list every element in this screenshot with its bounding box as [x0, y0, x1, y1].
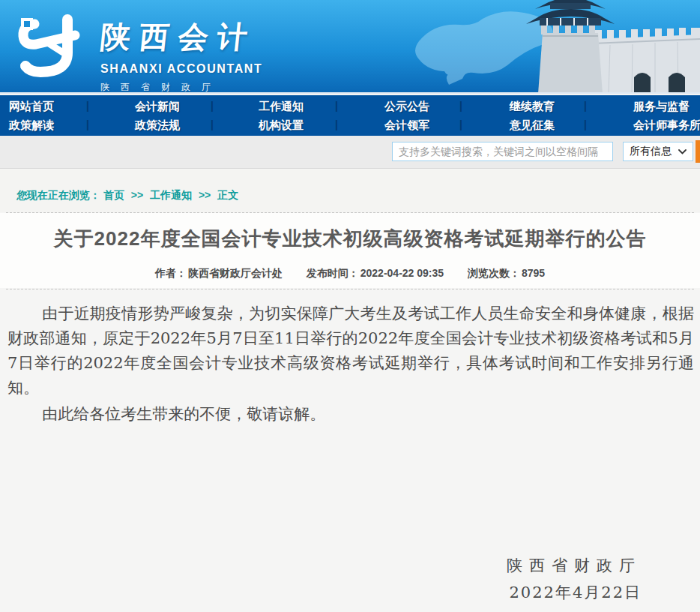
nav-item-notices[interactable]: 工作通知 — [259, 100, 304, 114]
nav-item-announce[interactable]: 公示公告 — [384, 100, 429, 114]
nav-separator: | — [335, 100, 338, 112]
site-name-cn: 陕西会计 — [98, 16, 265, 58]
nav-separator: | — [86, 100, 89, 112]
breadcrumb-home[interactable]: 首页 — [103, 189, 124, 201]
breadcrumb-zone: 您现在正在浏览： 首页 >> 工作通知 >> 正文 — [0, 170, 700, 212]
breadcrumb-separator: >> — [131, 189, 143, 201]
search-button[interactable] — [696, 140, 700, 163]
search-category-select[interactable]: 所有信息 — [623, 142, 693, 161]
meta-publish-time: 发布时间：2022-04-22 09:35 — [307, 267, 444, 279]
breadcrumb-current[interactable]: 正文 — [217, 189, 238, 201]
article-signature: 陕西省财政厅 2022年4月22日 — [507, 552, 642, 606]
meta-view-count: 浏览次数：8795 — [468, 267, 545, 279]
nav-item-policy-read[interactable]: 政策解读 — [9, 118, 54, 133]
site-logo-icon — [12, 12, 90, 84]
article-paragraph: 由此给各位考生带来的不便，敬请谅解。 — [7, 402, 694, 427]
nav-separator: | — [211, 118, 214, 130]
nav-item-org[interactable]: 机构设置 — [259, 118, 304, 133]
article-body: 由于近期疫情形势严峻复杂，为切实保障广大考生及考试工作人员生命安全和身体健康，根… — [7, 302, 694, 428]
article-meta: 作者：陕西省财政厅会计处 发布时间：2022-04-22 09:35 浏览次数：… — [0, 267, 700, 280]
nav-separator: | — [459, 118, 462, 130]
nav-separator: | — [211, 100, 214, 112]
nav-item-news[interactable]: 会计新闻 — [135, 100, 180, 114]
meta-author: 作者：陕西省财政厅会计处 — [155, 267, 283, 279]
breadcrumb-separator: >> — [199, 189, 211, 201]
site-header: 陕西会计 SHAANXI ACCOUNTANT 陕西省财政厅 — [0, 0, 700, 94]
site-title-block: 陕西会计 SHAANXI ACCOUNTANT 陕西省财政厅 — [100, 12, 262, 94]
site-subtitle: 陕西省财政厅 — [100, 81, 262, 94]
search-input[interactable] — [392, 142, 613, 161]
chevron-down-icon — [678, 149, 687, 154]
search-bar: 所有信息 — [0, 136, 700, 169]
article-paragraph: 由于近期疫情形势严峻复杂，为切实保障广大考生及考试工作人员生命安全和身体健康，根… — [7, 302, 694, 400]
breadcrumb-section[interactable]: 工作通知 — [150, 189, 192, 201]
nav-separator: | — [584, 118, 587, 130]
nav-separator: | — [459, 100, 462, 112]
site-logo[interactable]: 陕西会计 SHAANXI ACCOUNTANT 陕西省财政厅 — [12, 12, 262, 94]
nav-item-home[interactable]: 网站首页 — [9, 100, 54, 114]
breadcrumb-prefix: 您现在正在浏览： — [16, 189, 100, 201]
signature-date: 2022年4月22日 — [507, 579, 642, 606]
article-title: 关于2022年度全国会计专业技术初级高级资格考试延期举行的公告 — [0, 226, 700, 252]
search-category-value: 所有信息 — [630, 145, 678, 158]
article-header: 关于2022年度全国会计专业技术初级高级资格考试延期举行的公告 作者：陕西省财政… — [0, 213, 700, 288]
divider-dashed-bottom — [6, 289, 694, 290]
nav-separator: | — [335, 118, 338, 130]
nav-item-service[interactable]: 服务与监督 — [633, 100, 690, 114]
page: 陕西会计 SHAANXI ACCOUNTANT 陕西省财政厅 网站首页 会计新闻… — [0, 0, 700, 612]
city-wall-illustration — [520, 0, 700, 94]
nav-item-leaders[interactable]: 会计领军 — [384, 118, 429, 133]
signature-org: 陕西省财政厅 — [507, 552, 642, 579]
nav-item-firms[interactable]: 会计师事务所 — [633, 118, 700, 133]
nav-item-policy-law[interactable]: 政策法规 — [135, 118, 180, 133]
site-name-en: SHAANXI ACCOUNTANT — [100, 62, 262, 76]
nav-item-feedback[interactable]: 意见征集 — [510, 118, 555, 133]
nav-separator: | — [86, 118, 89, 130]
nav-separator: | — [584, 100, 587, 112]
nav-item-education[interactable]: 继续教育 — [510, 100, 555, 114]
breadcrumb: 您现在正在浏览： 首页 >> 工作通知 >> 正文 — [16, 189, 238, 202]
main-nav: 网站首页 会计新闻 工作通知 公示公告 继续教育 服务与监督 政策解读 政策法规… — [0, 95, 700, 136]
